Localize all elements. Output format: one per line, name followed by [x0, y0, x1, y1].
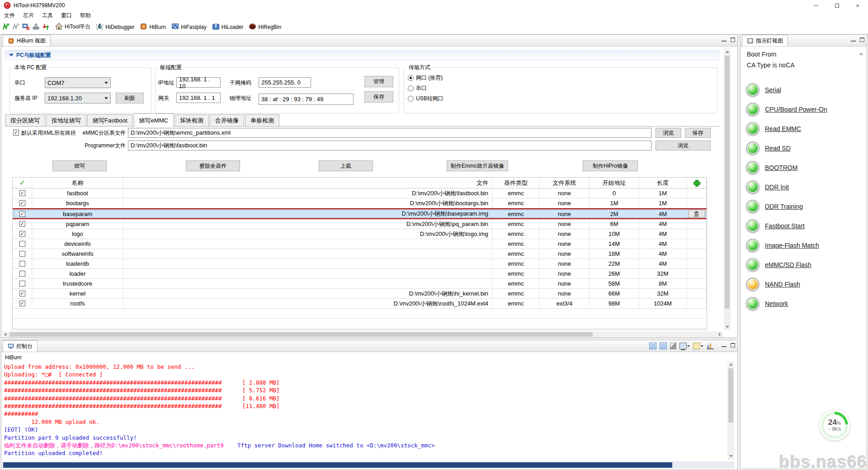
toolbar-app-hiloader[interactable]: HiLoader [212, 23, 244, 32]
connect-icon[interactable] [2, 23, 10, 31]
chart-icon[interactable] [707, 343, 714, 349]
indicator-item-2[interactable]: Read EMMC [746, 122, 801, 136]
board-save-button[interactable]: 保存 [364, 91, 393, 103]
action-button-1[interactable]: 擦除全器件 [186, 160, 240, 171]
row-checkbox-cell[interactable]: ✓ [13, 299, 32, 308]
display-console-icon[interactable] [679, 343, 687, 349]
table-row-trustedcore[interactable]: trustedcoreemmcnone58M8M [13, 279, 707, 289]
transfer-updown-icon[interactable] [42, 23, 50, 31]
indicator-item-3[interactable]: Read SD [746, 141, 791, 155]
indicator-item-6[interactable]: DDR Training [746, 200, 803, 213]
table-row-logo[interactable]: ✓logoD:\mv200\小钢炮\logo.imgemmcnone10M4M [13, 229, 707, 239]
indicator-item-10[interactable]: NAND Flash [746, 277, 800, 291]
clear-console-icon[interactable] [670, 343, 676, 349]
check-all-icon[interactable]: ✓ [19, 179, 25, 187]
indicator-minimize-icon[interactable] [851, 38, 856, 42]
row-checkbox[interactable] [19, 281, 25, 287]
indicator-item-4[interactable]: BOOTROM [746, 161, 797, 174]
delete-row-button[interactable] [688, 210, 705, 218]
tab-console[interactable]: 控制台 [3, 340, 38, 352]
row-checkbox-cell[interactable] [13, 259, 32, 268]
programmer-file-input[interactable]: D:\mv200\小钢炮\fastboot.bin [128, 141, 651, 150]
row-checkbox-cell[interactable]: ✓ [13, 289, 32, 298]
menu-item-0[interactable]: 文件 [0, 11, 19, 20]
panel-minimize-icon[interactable] [722, 38, 726, 42]
console-minimize-icon[interactable] [722, 343, 726, 347]
row-checkbox-cell[interactable] [13, 249, 32, 258]
row-checkbox[interactable]: ✓ [19, 200, 25, 206]
table-header-cell[interactable]: 名称 [32, 178, 123, 188]
minimize-button[interactable] [806, 0, 826, 11]
tab-hiburn-view[interactable]: HiBurn 视图 [3, 35, 51, 46]
flash-tab-0[interactable]: 按分区烧写 [5, 114, 45, 127]
table-row-kernel[interactable]: ✓kernelD:\mv200\小钢炮\hi_kernel.binemmcnon… [13, 289, 707, 299]
row-checkbox-cell[interactable]: ✓ [13, 188, 32, 198]
action-button-3[interactable]: 制作Emmc烧片器镜像 [447, 160, 508, 171]
refresh-button[interactable]: 刷新 [116, 93, 144, 103]
flash-tab-2[interactable]: 烧写Fastboot [87, 114, 133, 127]
xml-save-button[interactable]: 保存 [685, 128, 711, 138]
flash-tab-4[interactable]: 坏块检测 [175, 114, 209, 127]
tab-indicator-view[interactable]: 指示灯视图 [742, 35, 788, 46]
row-checkbox[interactable] [19, 251, 25, 257]
row-checkbox[interactable] [19, 261, 25, 267]
row-checkbox[interactable]: ✓ [19, 211, 25, 217]
transfer-option-2[interactable]: USB转网口 [408, 94, 717, 103]
chip-config-icon[interactable] [22, 23, 30, 31]
panel-maximize-icon[interactable] [731, 38, 735, 42]
subnet-mask-input[interactable]: 255.255.255. 0 [259, 77, 311, 88]
table-row-rootfs[interactable]: ✓rootfsD:\mv200\小钢炮\rootfs_1024M.ext4emm… [13, 299, 707, 309]
console-grid-icon[interactable] [649, 343, 656, 349]
gateway-input[interactable]: 192.168. 1 . 1 [176, 93, 221, 103]
row-checkbox-cell[interactable] [13, 279, 32, 288]
indicator-item-5[interactable]: DDR Init [746, 180, 789, 194]
flash-tab-5[interactable]: 合并镜像 [210, 114, 244, 127]
transfer-option-0[interactable]: 网口 (推荐) [408, 74, 717, 82]
row-checkbox[interactable] [19, 241, 25, 247]
row-checkbox-cell[interactable] [13, 239, 32, 249]
table-row-baseparam[interactable]: ✓baseparamD:\mv200\小钢炮\baseparam.imgemmc… [13, 208, 707, 219]
table-row-fastboot[interactable]: ✓fastbootD:\mv200\小钢炮\fastboot.binemmcno… [13, 188, 707, 198]
programmer-browse-button[interactable]: 浏览 [656, 141, 711, 150]
table-header-cell[interactable]: 文件系统 [540, 178, 590, 188]
table-header-cell[interactable]: 文件 [123, 178, 492, 188]
open-console-icon[interactable] [693, 343, 700, 349]
row-checkbox-cell[interactable]: ✓ [13, 219, 32, 229]
table-row-softwareinfo[interactable]: softwareinfoemmcnone18M4M [13, 249, 707, 259]
console-log[interactable]: Upload from address: 0x1000000, 12.000 M… [4, 363, 725, 460]
serial-port-select[interactable]: COM7 [45, 77, 111, 88]
xml-browse-button[interactable]: 浏览 [656, 128, 681, 138]
indicator-item-7[interactable]: Fastboot Start [746, 219, 805, 233]
manage-button[interactable]: 管理 [364, 76, 393, 87]
toolbar-app-hiburn[interactable]: HiBurn [140, 23, 166, 32]
indicator-maximize-icon[interactable] [860, 38, 864, 42]
console-maximize-icon[interactable] [731, 343, 735, 348]
action-button-0[interactable]: 烧写 [52, 160, 107, 171]
row-checkbox-cell[interactable]: ✓ [13, 209, 32, 218]
hiburn-horizontal-scrollbar[interactable] [2, 331, 723, 338]
pc-board-config-header[interactable]: PC与板端配置 [5, 50, 719, 60]
table-header-cell[interactable]: 长度 [639, 178, 687, 188]
action-button-4[interactable]: 制作HiPro镜像 [583, 160, 638, 171]
toolbar-app-hitool平台[interactable]: HiTool平台 [55, 23, 90, 32]
open-console-caret-icon[interactable] [701, 345, 703, 347]
row-checkbox-cell[interactable]: ✓ [13, 229, 32, 239]
program-icon[interactable] [32, 23, 40, 31]
indicator-item-0[interactable]: Serial [746, 83, 781, 97]
menu-item-3[interactable]: 窗口 [57, 11, 76, 20]
flash-tab-3[interactable]: 烧写eMMC [134, 113, 174, 127]
row-checkbox[interactable]: ✓ [19, 291, 25, 296]
table-header-cell[interactable]: 器件类型 [492, 178, 540, 188]
hiburn-vertical-scrollbar[interactable] [724, 48, 731, 330]
xml-path-checkbox[interactable]: ✓ [13, 130, 19, 136]
indicator-item-8[interactable]: Image-Flash Match [746, 239, 819, 252]
table-row-loader[interactable]: loaderemmcnone26M32M [13, 269, 707, 279]
add-partition-icon[interactable] [693, 180, 699, 186]
indicator-scroll-up-icon[interactable] [859, 52, 863, 55]
disconnect-icon[interactable] [12, 23, 20, 31]
close-button[interactable]: × [847, 0, 868, 11]
maximize-button[interactable] [826, 0, 847, 11]
row-checkbox[interactable]: ✓ [19, 301, 25, 306]
row-checkbox[interactable]: ✓ [19, 231, 25, 237]
console-vertical-scrollbar[interactable] [727, 361, 734, 460]
